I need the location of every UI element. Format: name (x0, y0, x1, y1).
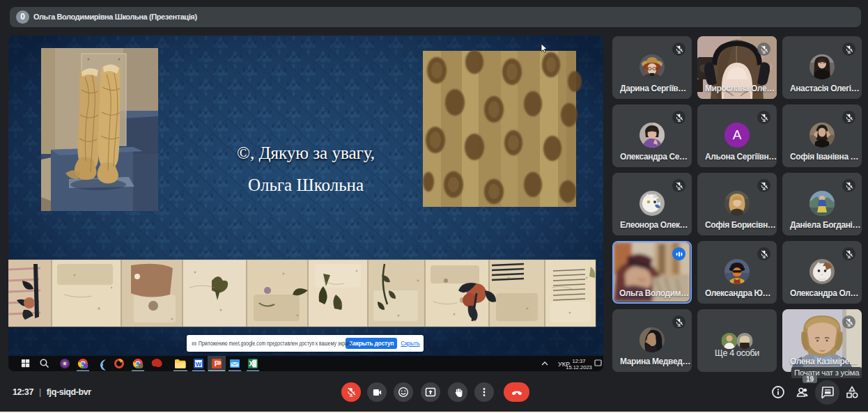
svg-text:15.12.2023: 15.12.2023 (566, 364, 592, 371)
svg-text:©, Дякую за увагу,: ©, Дякую за увагу, (237, 143, 375, 162)
svg-text:W: W (196, 361, 202, 368)
svg-text:Ольга Школьна: Ольга Школьна (248, 176, 364, 194)
svg-text:X: X (249, 360, 254, 368)
svg-text:12:37: 12:37 (573, 358, 586, 364)
